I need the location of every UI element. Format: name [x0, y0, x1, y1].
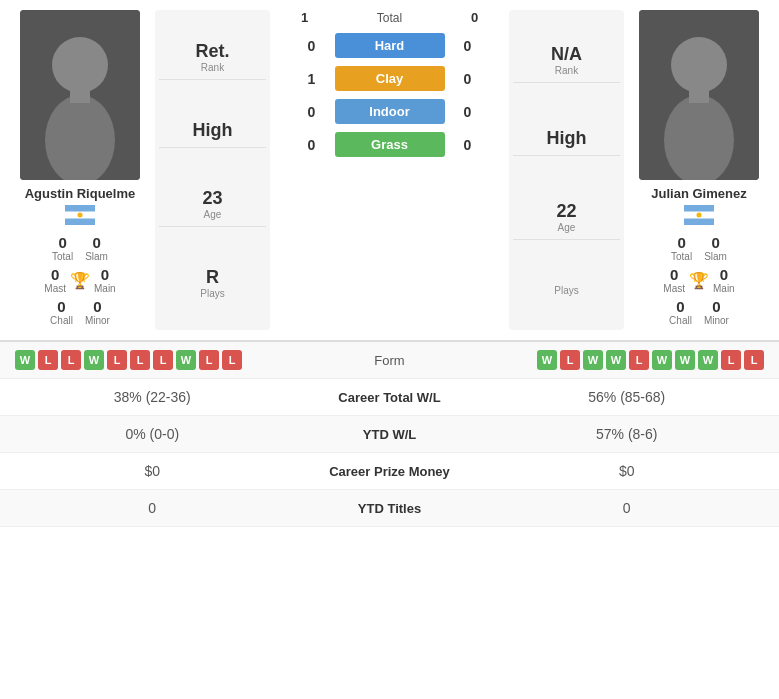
hard-right-score: 0 [453, 38, 483, 54]
center-panel: 1 Total 0 0 Hard 0 1 Clay 0 0 Indoor [275, 10, 504, 330]
grass-row: 0 Grass 0 [280, 132, 499, 157]
svg-rect-10 [689, 88, 709, 103]
stats-row-3: 0 YTD Titles 0 [0, 490, 779, 527]
right-rank-value: N/A [551, 44, 582, 65]
form-badge-w: W [15, 350, 35, 370]
right-trophy-icon: 🏆 [689, 271, 709, 290]
form-badge-l: L [222, 350, 242, 370]
stats-right-3: 0 [490, 500, 765, 516]
right-chall-label: Chall [669, 315, 692, 326]
stats-left-2: $0 [15, 463, 290, 479]
right-mast-label: Mast [663, 283, 685, 294]
left-minor-value: 0 [93, 298, 101, 315]
main-container: Agustin Riquelme 0 Total 0 [0, 0, 779, 527]
stats-left-1: 0% (0-0) [15, 426, 290, 442]
left-age-value: 23 [202, 188, 222, 209]
left-age-item: 23 Age [159, 182, 266, 227]
form-badge-l: L [744, 350, 764, 370]
form-badge-w: W [537, 350, 557, 370]
left-trophy-icon: 🏆 [70, 271, 90, 290]
left-rank-label: Rank [201, 62, 224, 73]
form-badge-w: W [606, 350, 626, 370]
form-label: Form [350, 353, 430, 368]
right-high-item: High [513, 122, 620, 156]
form-badge-w: W [698, 350, 718, 370]
clay-row: 1 Clay 0 [280, 66, 499, 91]
form-section: WLLWLLLWLL Form WLWWLWWWLL [0, 341, 779, 378]
left-high-value: High [193, 120, 233, 141]
right-slam-label: Slam [704, 251, 727, 262]
form-badge-l: L [61, 350, 81, 370]
stats-label-3: YTD Titles [290, 501, 490, 516]
left-slam-label: Slam [85, 251, 108, 262]
stats-right-0: 56% (85-68) [490, 389, 765, 405]
hard-row: 0 Hard 0 [280, 33, 499, 58]
stats-label-2: Career Prize Money [290, 464, 490, 479]
left-plays-item: R Plays [159, 261, 266, 305]
form-badge-l: L [629, 350, 649, 370]
total-left-score: 1 [290, 10, 320, 25]
left-chall-value: 0 [57, 298, 65, 315]
indoor-badge: Indoor [335, 99, 445, 124]
stats-label-0: Career Total W/L [290, 390, 490, 405]
right-high-value: High [547, 128, 587, 149]
stats-row-2: $0 Career Prize Money $0 [0, 453, 779, 490]
indoor-right-score: 0 [453, 104, 483, 120]
form-badge-w: W [583, 350, 603, 370]
left-high-item: High [159, 114, 266, 148]
left-middle-stats: Ret. Rank High 23 Age R Plays [155, 10, 270, 330]
stats-label-1: YTD W/L [290, 427, 490, 442]
total-right-score: 0 [460, 10, 490, 25]
left-plays-label: Plays [200, 288, 224, 299]
right-age-value: 22 [556, 201, 576, 222]
form-badge-l: L [560, 350, 580, 370]
stats-table: 38% (22-36) Career Total W/L 56% (85-68)… [0, 378, 779, 527]
right-player-stats: 0 Total 0 Slam 0 Mast 🏆 0 [629, 234, 769, 330]
right-total-value: 0 [677, 234, 685, 251]
svg-point-6 [78, 213, 83, 218]
svg-point-8 [671, 37, 727, 93]
clay-badge: Clay [335, 66, 445, 91]
form-badge-w: W [675, 350, 695, 370]
right-total-label: Total [671, 251, 692, 262]
grass-left-score: 0 [297, 137, 327, 153]
left-chall-label: Chall [50, 315, 73, 326]
right-chall-value: 0 [676, 298, 684, 315]
left-player-name: Agustin Riquelme [25, 186, 136, 201]
left-player-stats: 0 Total 0 Slam 0 Mast 🏆 0 [10, 234, 150, 330]
stats-left-0: 38% (22-36) [15, 389, 290, 405]
left-form-badges: WLLWLLLWLL [15, 350, 242, 370]
left-age-label: Age [204, 209, 222, 220]
form-badge-l: L [721, 350, 741, 370]
stats-row-0: 38% (22-36) Career Total W/L 56% (85-68) [0, 379, 779, 416]
right-slam-value: 0 [711, 234, 719, 251]
left-player-card: Agustin Riquelme 0 Total 0 [10, 10, 150, 330]
svg-point-1 [52, 37, 108, 93]
left-minor-label: Minor [85, 315, 110, 326]
right-middle-stats: N/A Rank High 22 Age Plays [509, 10, 624, 330]
stats-right-2: $0 [490, 463, 765, 479]
surface-rows: 0 Hard 0 1 Clay 0 0 Indoor 0 0 Grass [280, 33, 499, 165]
left-main-label: Main [94, 283, 116, 294]
grass-right-score: 0 [453, 137, 483, 153]
form-badge-l: L [153, 350, 173, 370]
form-badge-l: L [38, 350, 58, 370]
right-minor-label: Minor [704, 315, 729, 326]
stats-right-1: 57% (8-6) [490, 426, 765, 442]
left-plays-value: R [206, 267, 219, 288]
form-badge-l: L [107, 350, 127, 370]
svg-point-13 [697, 213, 702, 218]
left-player-flag [65, 205, 95, 228]
right-player-name: Julian Gimenez [651, 186, 746, 201]
left-rank-item: Ret. Rank [159, 35, 266, 80]
form-badge-l: L [130, 350, 150, 370]
right-age-item: 22 Age [513, 195, 620, 240]
right-plays-label: Plays [554, 285, 578, 296]
right-rank-label: Rank [555, 65, 578, 76]
right-player-flag [684, 205, 714, 228]
right-main-value: 0 [720, 266, 728, 283]
left-main-value: 0 [101, 266, 109, 283]
clay-left-score: 1 [297, 71, 327, 87]
total-label: Total [350, 11, 430, 25]
left-total-label: Total [52, 251, 73, 262]
